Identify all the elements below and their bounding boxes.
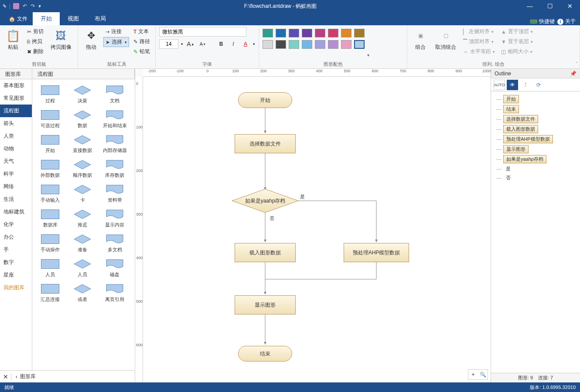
tab-start[interactable]: 开始 <box>33 12 60 25</box>
color-swatch[interactable] <box>263 40 273 49</box>
shape-item[interactable]: 卡 <box>66 182 99 207</box>
shape-item[interactable]: 手动输入 <box>34 182 66 207</box>
shape-item[interactable]: 文档 <box>99 83 131 108</box>
bring-top-button[interactable]: ▲置于顶层▾ <box>499 27 535 36</box>
tab-layout[interactable]: 布局 <box>87 12 114 25</box>
shape-item[interactable]: 推迟 <box>66 207 99 232</box>
shape-item[interactable]: 手动操作 <box>34 232 66 257</box>
panel-close-button[interactable]: ✕ <box>0 373 11 380</box>
canvas-zoom-icon[interactable]: 🔍 <box>479 371 487 378</box>
canvas[interactable]: 是 否 开始 选择数据文件 如果是yaahp存档 载入图形数据 预处理AHP模型… <box>143 77 491 382</box>
send-back-button[interactable]: ▼置于底层▾ <box>499 37 535 46</box>
shape-item[interactable]: 资料带 <box>99 182 131 207</box>
undo-icon[interactable]: ↶ <box>23 3 27 9</box>
font-size-input[interactable] <box>159 39 178 49</box>
select-button[interactable]: ➤选择▾ <box>103 37 129 47</box>
node-cond[interactable]: 如果是yaahp存档 <box>232 189 298 213</box>
about-button[interactable]: i 关于 <box>557 18 576 25</box>
tab-file[interactable]: 🏠 文件 <box>3 13 33 25</box>
path-button[interactable]: ✎路径 <box>132 37 152 46</box>
category-item[interactable]: 箭头 <box>0 117 32 130</box>
shape-item[interactable]: 开始和结束 <box>99 108 131 132</box>
ungroup-button[interactable]: ▢取消组合 <box>433 27 459 53</box>
font-increase-button[interactable]: A▲ <box>186 39 195 49</box>
category-item[interactable]: 我的图库 <box>0 281 32 294</box>
category-item[interactable]: 化学 <box>0 218 32 231</box>
lp-tab-flowchart[interactable]: 流程图 <box>32 69 135 79</box>
maximize-button[interactable]: ☐ <box>540 0 560 12</box>
color-swatch[interactable] <box>263 29 273 37</box>
bold-button[interactable]: B <box>216 39 226 49</box>
color-swatch[interactable] <box>276 40 286 49</box>
outline-item[interactable]: —结束 <box>493 104 578 114</box>
category-item[interactable]: 天气 <box>0 155 32 168</box>
tab-view[interactable]: 视图 <box>60 12 87 25</box>
category-item[interactable]: 网络 <box>0 180 32 193</box>
shape-item[interactable]: 多文档 <box>99 232 131 257</box>
align-left-button[interactable]: ▏左侧对齐▾ <box>461 27 497 36</box>
shape-item[interactable]: 开始 <box>34 132 66 157</box>
node-load[interactable]: 载入图形数据 <box>235 243 296 262</box>
node-show[interactable]: 显示图形 <box>235 295 296 314</box>
ot-share-icon[interactable]: ⤴ <box>520 80 531 90</box>
color-swatch[interactable] <box>289 29 299 37</box>
align-top-button[interactable]: ▔顶部对齐▾ <box>461 37 497 46</box>
shape-item[interactable]: 外部数据 <box>34 157 66 182</box>
color-swatch[interactable] <box>276 29 286 37</box>
color-swatch[interactable] <box>341 40 351 49</box>
shape-item[interactable]: 磁盘 <box>99 257 131 281</box>
node-select[interactable]: 选择数据文件 <box>235 134 296 153</box>
copy-image-button[interactable]: 🖼 拷贝图像 <box>48 27 74 53</box>
ot-eye-icon[interactable]: 👁 <box>507 80 518 90</box>
h-equal-button[interactable]: ↔水平等距▾ <box>461 47 497 56</box>
font-decrease-button[interactable]: A▼ <box>198 39 208 49</box>
shape-item[interactable]: 显示内容 <box>99 207 131 232</box>
shape-item[interactable]: 直接数据 <box>66 132 99 157</box>
category-item[interactable]: 基本图形 <box>0 79 32 92</box>
lp-tab-library[interactable]: 图形库 <box>0 69 32 79</box>
category-item[interactable]: 科学 <box>0 168 32 180</box>
redo-icon[interactable]: ↷ <box>31 3 35 9</box>
color-swatch[interactable] <box>354 29 365 37</box>
node-end[interactable]: 结束 <box>238 346 292 362</box>
shape-item[interactable]: 可选过程 <box>34 108 66 132</box>
shape-item[interactable]: 过程 <box>34 83 66 108</box>
category-item[interactable]: 数字 <box>0 256 32 269</box>
color-swatch[interactable] <box>315 29 325 37</box>
shape-item[interactable]: 顺序数据 <box>66 157 99 182</box>
canvas-add-icon[interactable]: + <box>469 371 477 378</box>
shape-item[interactable]: 汇总连接 <box>34 281 66 306</box>
connect-button[interactable]: ⇢连接 <box>103 27 129 36</box>
shape-item[interactable]: 数据库 <box>34 207 66 232</box>
color-swatch[interactable] <box>289 40 299 49</box>
font-name-input[interactable] <box>159 27 246 37</box>
group-button[interactable]: ▣组合 <box>411 27 430 53</box>
ot-auto-icon[interactable]: AUTO <box>494 80 505 90</box>
category-item[interactable]: 地标建筑 <box>0 206 32 218</box>
category-item[interactable]: 流程图 <box>0 105 32 117</box>
outline-item[interactable]: —预处理AHP模型数据 <box>493 134 578 144</box>
color-more-icon[interactable]: ▾ <box>367 53 369 57</box>
color-swatch[interactable] <box>341 29 351 37</box>
category-item[interactable]: 星座 <box>0 269 32 281</box>
category-item[interactable]: 手 <box>0 243 32 256</box>
outline-item[interactable]: —如果是yaahp存档 <box>493 154 578 164</box>
color-swatch[interactable] <box>328 29 338 37</box>
shape-item[interactable]: 决策 <box>66 83 99 108</box>
category-item[interactable]: 办公 <box>0 231 32 243</box>
font-color-button[interactable]: A <box>241 39 250 49</box>
outline-item[interactable]: —是 <box>493 164 578 173</box>
outline-item[interactable]: —载入图形数据 <box>493 124 578 134</box>
shape-item[interactable]: 数据 <box>66 108 99 132</box>
copy-button[interactable]: ⎘拷贝 <box>25 37 45 46</box>
category-item[interactable]: 生活 <box>0 193 32 206</box>
ot-refresh-icon[interactable]: ⟳ <box>533 80 544 90</box>
text-button[interactable]: T文本 <box>132 27 152 36</box>
paste-button[interactable]: 📋 粘贴 <box>3 27 23 53</box>
same-size-button[interactable]: ◫相同大小▾ <box>499 47 535 56</box>
shape-item[interactable]: 准备 <box>66 232 99 257</box>
node-start[interactable]: 开始 <box>238 92 292 108</box>
italic-button[interactable]: I <box>229 39 238 49</box>
drag-button[interactable]: ✥ 拖动 <box>82 27 101 53</box>
shape-item[interactable]: 离页引用 <box>99 281 131 306</box>
